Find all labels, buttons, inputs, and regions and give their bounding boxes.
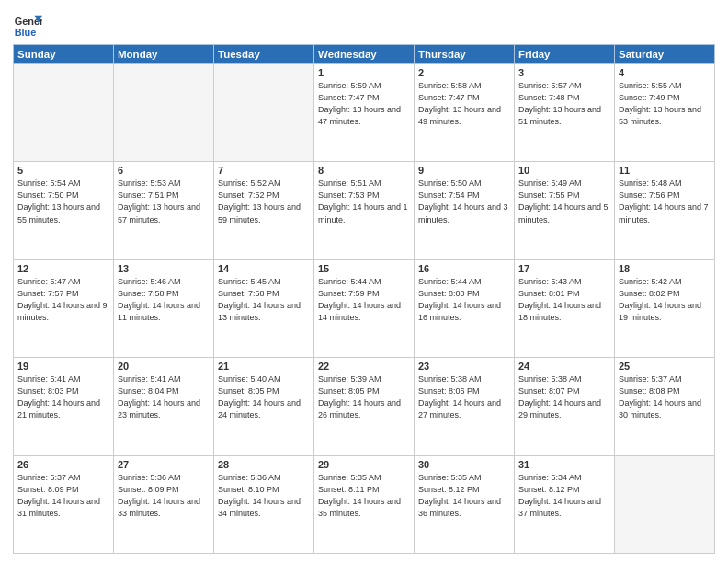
day-number: 24 [518,361,610,372]
day-number: 2 [418,67,510,78]
day-number: 21 [218,361,310,372]
day-cell: 22Sunrise: 5:39 AMSunset: 8:05 PMDayligh… [314,358,415,455]
logo-icon: General Blue [13,9,42,39]
day-number: 22 [318,361,410,372]
day-info: Sunrise: 5:36 AMSunset: 8:09 PMDaylight:… [118,472,210,520]
day-info: Sunrise: 5:35 AMSunset: 8:12 PMDaylight:… [418,472,510,520]
header-cell-saturday: Saturday [615,45,715,64]
header-cell-tuesday: Tuesday [214,45,314,64]
day-number: 25 [619,361,711,372]
day-cell: 13Sunrise: 5:46 AMSunset: 7:58 PMDayligh… [114,259,214,357]
day-number: 6 [118,165,210,176]
day-number: 29 [318,459,410,470]
calendar-table: SundayMondayTuesdayWednesdayThursdayFrid… [13,44,715,554]
header-cell-sunday: Sunday [14,45,114,64]
day-info: Sunrise: 5:36 AMSunset: 8:10 PMDaylight:… [218,472,310,520]
day-cell: 25Sunrise: 5:37 AMSunset: 8:08 PMDayligh… [615,358,715,455]
day-cell [214,64,314,162]
day-number: 8 [318,165,410,176]
day-info: Sunrise: 5:54 AMSunset: 7:50 PMDaylight:… [17,178,109,225]
day-info: Sunrise: 5:40 AMSunset: 8:05 PMDaylight:… [218,373,310,421]
page: General Blue SundayMondayTuesdayWednesda… [0,0,728,563]
day-number: 11 [619,165,711,176]
logo: General Blue [13,9,48,39]
day-cell: 16Sunrise: 5:44 AMSunset: 8:00 PMDayligh… [415,259,515,357]
day-cell: 14Sunrise: 5:45 AMSunset: 7:58 PMDayligh… [214,259,314,357]
day-info: Sunrise: 5:57 AMSunset: 7:48 PMDaylight:… [518,80,610,128]
day-info: Sunrise: 5:35 AMSunset: 8:11 PMDaylight:… [318,472,410,520]
week-row-4: 26Sunrise: 5:37 AMSunset: 8:09 PMDayligh… [14,455,715,553]
week-row-0: 1Sunrise: 5:59 AMSunset: 7:47 PMDaylight… [14,64,715,162]
day-info: Sunrise: 5:41 AMSunset: 8:03 PMDaylight:… [17,373,109,421]
day-number: 17 [518,263,610,274]
day-cell: 7Sunrise: 5:52 AMSunset: 7:52 PMDaylight… [214,162,314,259]
day-cell: 17Sunrise: 5:43 AMSunset: 8:01 PMDayligh… [515,259,615,357]
day-cell: 3Sunrise: 5:57 AMSunset: 7:48 PMDaylight… [515,64,615,162]
day-number: 9 [418,165,510,176]
week-row-2: 12Sunrise: 5:47 AMSunset: 7:57 PMDayligh… [14,259,715,357]
day-cell: 27Sunrise: 5:36 AMSunset: 8:09 PMDayligh… [114,455,214,553]
day-cell: 10Sunrise: 5:49 AMSunset: 7:55 PMDayligh… [515,162,615,259]
day-number: 16 [418,263,510,274]
week-row-1: 5Sunrise: 5:54 AMSunset: 7:50 PMDaylight… [14,162,715,259]
day-cell [14,64,114,162]
day-number: 19 [17,361,109,372]
day-cell [615,455,715,553]
day-info: Sunrise: 5:42 AMSunset: 8:02 PMDaylight:… [619,276,711,324]
header-cell-wednesday: Wednesday [314,45,415,64]
day-number: 5 [17,165,109,176]
day-number: 30 [418,459,510,470]
day-number: 3 [518,67,610,78]
day-number: 18 [619,263,711,274]
day-number: 27 [118,459,210,470]
day-cell: 31Sunrise: 5:34 AMSunset: 8:12 PMDayligh… [515,455,615,553]
day-cell: 26Sunrise: 5:37 AMSunset: 8:09 PMDayligh… [14,455,114,553]
day-cell: 2Sunrise: 5:58 AMSunset: 7:47 PMDaylight… [415,64,515,162]
header-row: SundayMondayTuesdayWednesdayThursdayFrid… [14,45,715,64]
day-cell: 11Sunrise: 5:48 AMSunset: 7:56 PMDayligh… [615,162,715,259]
day-info: Sunrise: 5:41 AMSunset: 8:04 PMDaylight:… [118,373,210,421]
day-number: 23 [418,361,510,372]
day-info: Sunrise: 5:45 AMSunset: 7:58 PMDaylight:… [218,276,310,324]
day-info: Sunrise: 5:38 AMSunset: 8:07 PMDaylight:… [518,373,610,421]
day-info: Sunrise: 5:34 AMSunset: 8:12 PMDaylight:… [518,472,610,520]
day-info: Sunrise: 5:48 AMSunset: 7:56 PMDaylight:… [619,178,711,225]
day-info: Sunrise: 5:38 AMSunset: 8:06 PMDaylight:… [418,373,510,421]
day-info: Sunrise: 5:50 AMSunset: 7:54 PMDaylight:… [418,178,510,225]
day-cell [114,64,214,162]
day-number: 15 [318,263,410,274]
day-cell: 1Sunrise: 5:59 AMSunset: 7:47 PMDaylight… [314,64,415,162]
day-number: 31 [518,459,610,470]
day-info: Sunrise: 5:49 AMSunset: 7:55 PMDaylight:… [518,178,610,225]
day-info: Sunrise: 5:44 AMSunset: 7:59 PMDaylight:… [318,276,410,324]
day-info: Sunrise: 5:59 AMSunset: 7:47 PMDaylight:… [318,80,410,128]
day-info: Sunrise: 5:53 AMSunset: 7:51 PMDaylight:… [118,178,210,225]
day-cell: 20Sunrise: 5:41 AMSunset: 8:04 PMDayligh… [114,358,214,455]
day-info: Sunrise: 5:43 AMSunset: 8:01 PMDaylight:… [518,276,610,324]
svg-text:Blue: Blue [15,27,37,38]
day-number: 7 [218,165,310,176]
day-cell: 30Sunrise: 5:35 AMSunset: 8:12 PMDayligh… [415,455,515,553]
day-info: Sunrise: 5:51 AMSunset: 7:53 PMDaylight:… [318,178,410,225]
day-cell: 18Sunrise: 5:42 AMSunset: 8:02 PMDayligh… [615,259,715,357]
day-info: Sunrise: 5:52 AMSunset: 7:52 PMDaylight:… [218,178,310,225]
header: General Blue [13,9,715,39]
day-number: 26 [17,459,109,470]
day-info: Sunrise: 5:58 AMSunset: 7:47 PMDaylight:… [418,80,510,128]
header-cell-thursday: Thursday [415,45,515,64]
day-cell: 29Sunrise: 5:35 AMSunset: 8:11 PMDayligh… [314,455,415,553]
day-info: Sunrise: 5:37 AMSunset: 8:09 PMDaylight:… [17,472,109,520]
day-cell: 28Sunrise: 5:36 AMSunset: 8:10 PMDayligh… [214,455,314,553]
header-cell-friday: Friday [515,45,615,64]
day-info: Sunrise: 5:55 AMSunset: 7:49 PMDaylight:… [619,80,711,128]
day-info: Sunrise: 5:44 AMSunset: 8:00 PMDaylight:… [418,276,510,324]
calendar-body: 1Sunrise: 5:59 AMSunset: 7:47 PMDaylight… [14,64,715,554]
day-number: 14 [218,263,310,274]
day-number: 4 [619,67,711,78]
day-cell: 6Sunrise: 5:53 AMSunset: 7:51 PMDaylight… [114,162,214,259]
day-cell: 5Sunrise: 5:54 AMSunset: 7:50 PMDaylight… [14,162,114,259]
day-info: Sunrise: 5:39 AMSunset: 8:05 PMDaylight:… [318,373,410,421]
week-row-3: 19Sunrise: 5:41 AMSunset: 8:03 PMDayligh… [14,358,715,455]
day-cell: 19Sunrise: 5:41 AMSunset: 8:03 PMDayligh… [14,358,114,455]
day-info: Sunrise: 5:47 AMSunset: 7:57 PMDaylight:… [17,276,109,324]
